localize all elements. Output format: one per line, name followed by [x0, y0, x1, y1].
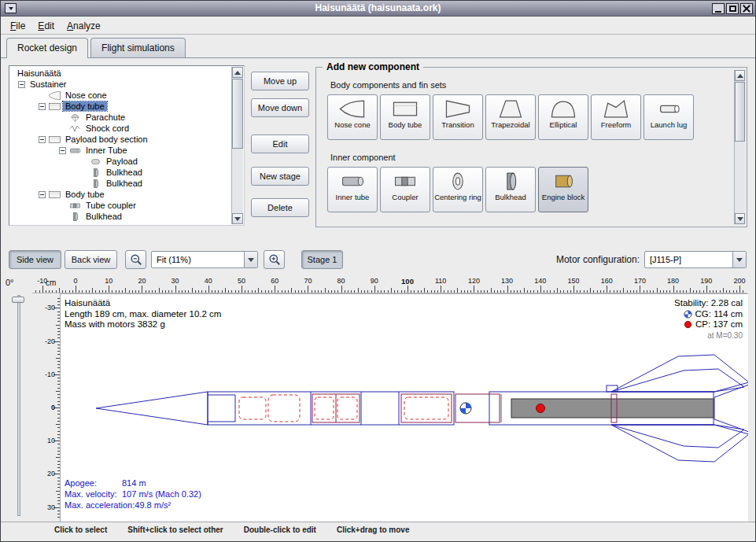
tree-item-label: Body tube [63, 190, 107, 199]
elliptical-icon [549, 98, 577, 120]
tree-item-inner-tube[interactable]: Inner Tube [10, 145, 231, 156]
tree-item-sustainer[interactable]: Sustainer [10, 79, 231, 90]
motor-configuration-select[interactable]: [J115-P] [644, 251, 747, 268]
transition-icon [444, 98, 472, 120]
tree-expander-icon[interactable] [56, 147, 68, 154]
mach-note: at M=0.30 [674, 330, 743, 341]
move-up-button[interactable]: Move up [251, 72, 309, 90]
ruler-label: 110 [435, 277, 446, 285]
window-title: Haisunäätä (haisunaata.ork) [1, 2, 755, 13]
tree-item-parachute[interactable]: Parachute [10, 112, 231, 123]
maximize-button[interactable] [726, 3, 739, 14]
engineblock-icon [549, 170, 577, 192]
add-bulkhead-button[interactable]: Bulkhead [485, 167, 536, 212]
tree-item-haisunäätä[interactable]: Haisunäätä [10, 68, 231, 79]
rocket-canvas[interactable]: Haisunäätä Length 189 cm, max. diameter … [60, 293, 748, 522]
tree-item-shock-cord[interactable]: Shock cord [10, 123, 231, 134]
tree-item-label: Bulkhead [83, 212, 124, 221]
tab-content-border [1, 57, 755, 58]
dropdown-arrow-icon[interactable] [732, 252, 746, 267]
tree-expander-icon[interactable] [35, 136, 48, 143]
zoom-out-icon [130, 253, 142, 266]
tree-item-nose-cone[interactable]: Nose cone [10, 90, 231, 101]
tree-item-body-tube[interactable]: Body tube [10, 101, 231, 112]
side-view-button[interactable]: Side view [9, 250, 61, 269]
status-hint: Click+drag to move [337, 525, 410, 534]
scroll-up-button[interactable] [232, 67, 243, 78]
tab-flight-simulations[interactable]: Flight simulations [90, 38, 186, 57]
dropdown-arrow-icon[interactable] [244, 252, 257, 267]
add-coupler-button[interactable]: Coupler [380, 167, 430, 212]
apogee-label: Apogee: [65, 477, 122, 489]
add-inner-tube-button[interactable]: Inner tube [327, 167, 378, 212]
add-nose-cone-button[interactable]: Nose cone [327, 94, 378, 140]
coupler-icon [391, 170, 419, 192]
cp-icon [684, 320, 692, 329]
title-bar[interactable]: Haisunäätä (haisunaata.ork) [1, 1, 755, 17]
rotation-slider-thumb[interactable] [12, 297, 24, 303]
ruler-label: -10 [45, 371, 55, 378]
app-window: Haisunäätä (haisunaata.ork) FileEditAnal… [0, 0, 756, 542]
menu-edit[interactable]: Edit [31, 18, 61, 34]
motor-configuration-value: [J115-P] [645, 252, 732, 267]
zoom-out-button[interactable] [125, 250, 146, 269]
tab-rocket-design[interactable]: Rocket design [6, 38, 88, 57]
add-transition-button[interactable]: Transition [433, 94, 483, 140]
tree-item-payload-body-section[interactable]: Payload body section [10, 134, 231, 145]
tree-item-label: Haisunäätä [15, 68, 64, 78]
move-down-button[interactable]: Move down [251, 98, 309, 117]
vertical-ruler: -30-20-100102030 [42, 293, 60, 522]
back-view-button[interactable]: Back view [65, 250, 117, 269]
component-button-label: Bulkhead [495, 194, 526, 201]
add-body-tube-button[interactable]: Body tube [380, 94, 430, 140]
scroll-up-button[interactable] [735, 70, 745, 81]
add-freeform-button[interactable]: Freeform [591, 94, 641, 140]
close-button[interactable] [740, 3, 753, 14]
cg-marker [460, 403, 471, 414]
parachute-shape [268, 395, 300, 422]
tree-item-payload[interactable]: Payload [10, 156, 231, 167]
tree-item-label: Bulkhead [104, 179, 145, 188]
ruler-label: 170 [634, 277, 646, 285]
new-stage-button[interactable]: New stage [251, 167, 309, 186]
tree-expander-icon[interactable] [35, 191, 48, 198]
ruler-label: 140 [534, 277, 546, 285]
tree-item-tube-coupler[interactable]: Tube coupler [10, 200, 231, 211]
component-button-label: Transition [441, 121, 474, 129]
menu-analyze[interactable]: Analyze [61, 18, 107, 34]
scrollbar-thumb[interactable] [735, 82, 745, 142]
add-elliptical-button[interactable]: Elliptical [538, 94, 588, 140]
add-component-panel: Add new component Body components and fi… [315, 67, 747, 227]
scroll-down-button[interactable] [735, 213, 745, 224]
tree-item-label: Payload [104, 157, 140, 166]
zoom-in-button[interactable] [264, 250, 285, 269]
tree-expander-icon[interactable] [35, 103, 48, 110]
menu-file[interactable]: File [4, 18, 31, 34]
zoom-select[interactable]: Fit (11%) [151, 251, 258, 268]
tree-item-bulkhead[interactable]: Bulkhead [10, 211, 231, 222]
tree-expander-icon[interactable] [15, 81, 28, 88]
cg-value: CG: 114 cm [695, 309, 743, 320]
horizontal-ruler: -100102030405060708090100110120130140150… [32, 276, 747, 293]
ruler-label: 20 [138, 277, 146, 285]
add-launch-lug-button[interactable]: Launch lug [644, 94, 694, 140]
rotation-slider[interactable] [17, 295, 20, 516]
tree-scrollbar[interactable] [231, 67, 243, 224]
edit-button[interactable]: Edit [251, 135, 309, 153]
scrollbar-thumb[interactable] [232, 79, 243, 149]
add-trapezoidal-button[interactable]: Trapezoidal [485, 94, 536, 140]
menu-bar: FileEditAnalyze [1, 17, 755, 35]
add-centering-ring-button[interactable]: Centering ring [433, 167, 483, 212]
tree-item-bulkhead[interactable]: Bulkhead [10, 178, 231, 189]
delete-button[interactable]: Delete [251, 198, 309, 217]
minimize-button[interactable] [712, 3, 725, 14]
zoom-value: Fit (11%) [152, 252, 244, 267]
arrow-down-icon [737, 217, 743, 224]
add-engine-block-button[interactable]: Engine block [538, 167, 588, 212]
scroll-down-button[interactable] [232, 213, 243, 224]
tree-item-body-tube[interactable]: Body tube [10, 189, 231, 200]
stage-1-toggle[interactable]: Stage 1 [301, 250, 343, 269]
tree-item-label: Sustainer [28, 79, 68, 89]
tree-item-bulkhead[interactable]: Bulkhead [10, 167, 231, 178]
panel-scrollbar[interactable] [734, 70, 745, 224]
